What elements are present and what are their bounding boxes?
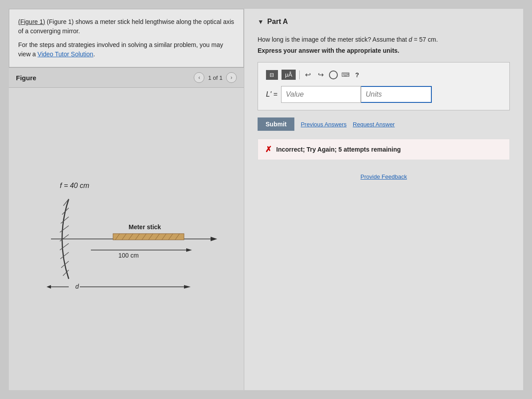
optics-diagram: f = 40 cm bbox=[33, 172, 219, 305]
svg-text:Meter stick: Meter stick bbox=[129, 223, 161, 231]
error-box: ✗ Incorrect; Try Again; 5 attempts remai… bbox=[258, 139, 510, 160]
svg-marker-25 bbox=[186, 248, 192, 252]
question-text: How long is the image of the meter stick… bbox=[258, 35, 510, 44]
figure-content: f = 40 cm bbox=[9, 88, 244, 390]
video-tutor-text: For the steps and strategies involved in… bbox=[18, 40, 235, 59]
express-instruction: Express your answer with the appropriate… bbox=[258, 47, 510, 54]
answer-area: ⊟ μÅ ↩ ↪ ⌨ ? L' = bbox=[258, 62, 510, 110]
description-text: (Figure 1) (Figure 1) shows a meter stic… bbox=[18, 17, 235, 36]
keyboard-button[interactable]: ⌨ bbox=[341, 71, 350, 78]
error-icon: ✗ bbox=[265, 145, 272, 154]
svg-line-7 bbox=[60, 252, 69, 259]
reset-button[interactable] bbox=[329, 70, 338, 79]
input-label: L' = bbox=[266, 90, 278, 98]
figure-nav: ‹ 1 of 1 › bbox=[194, 72, 237, 83]
error-message: Incorrect; Try Again; 5 attempts remaini… bbox=[276, 146, 401, 153]
mu-icon: μÅ bbox=[285, 71, 292, 78]
prev-figure-btn[interactable]: ‹ bbox=[194, 72, 204, 83]
video-tutor-link[interactable]: Video Tutor Solution bbox=[38, 51, 94, 58]
help-icon: ? bbox=[355, 71, 359, 78]
part-title: Part A bbox=[267, 18, 288, 26]
svg-marker-11 bbox=[211, 237, 217, 241]
previous-answers-link[interactable]: Previous Answers bbox=[301, 121, 346, 128]
request-answer-link[interactable]: Request Answer bbox=[353, 121, 395, 128]
input-row: L' = bbox=[266, 86, 501, 103]
figure-page: 1 of 1 bbox=[208, 74, 223, 81]
feedback-link[interactable]: Provide Feedback bbox=[258, 173, 510, 180]
units-input[interactable] bbox=[361, 86, 432, 103]
svg-text:100 cm: 100 cm bbox=[118, 252, 139, 259]
redo-button[interactable]: ↪ bbox=[316, 70, 325, 80]
svg-line-4 bbox=[60, 226, 69, 232]
matrix-icon: ⊟ bbox=[270, 72, 274, 78]
problem-description: (Figure 1) (Figure 1) shows a meter stic… bbox=[9, 9, 244, 67]
svg-line-3 bbox=[61, 217, 69, 223]
math-toolbar: ⊟ μÅ ↩ ↪ ⌨ ? bbox=[266, 70, 501, 80]
svg-marker-29 bbox=[184, 285, 191, 289]
figure-area: Figure ‹ 1 of 1 › f = 40 cm bbox=[9, 67, 244, 390]
part-header: ▼ Part A bbox=[258, 18, 510, 26]
svg-rect-12 bbox=[113, 234, 184, 240]
next-figure-btn[interactable]: › bbox=[226, 72, 237, 83]
figure-label: Figure bbox=[16, 74, 36, 82]
svg-line-5 bbox=[60, 235, 69, 241]
svg-text:f = 40 cm: f = 40 cm bbox=[60, 182, 89, 189]
submit-button[interactable]: Submit bbox=[258, 117, 294, 131]
submit-row: Submit Previous Answers Request Answer bbox=[258, 117, 510, 131]
right-panel: ▼ Part A How long is the image of the me… bbox=[244, 9, 523, 390]
svg-line-6 bbox=[60, 243, 69, 250]
left-panel: (Figure 1) (Figure 1) shows a meter stic… bbox=[9, 9, 244, 390]
toolbar-separator bbox=[299, 70, 300, 79]
part-arrow: ▼ bbox=[258, 18, 264, 25]
mu-button[interactable]: μÅ bbox=[282, 70, 296, 80]
value-input[interactable] bbox=[281, 86, 361, 103]
figure-ref[interactable]: (Figure 1) bbox=[18, 18, 45, 25]
svg-text:d: d bbox=[75, 283, 79, 290]
matrix-button[interactable]: ⊟ bbox=[266, 70, 278, 80]
svg-marker-31 bbox=[47, 285, 51, 289]
undo-button[interactable]: ↩ bbox=[303, 70, 313, 80]
figure-header: Figure ‹ 1 of 1 › bbox=[9, 67, 244, 88]
